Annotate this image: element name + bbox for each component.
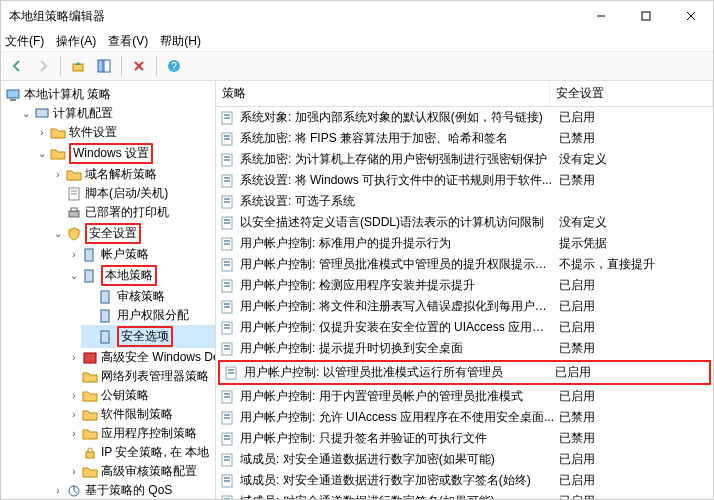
list-header: 策略 安全设置 — [216, 81, 713, 107]
policy-row[interactable]: 用户帐户控制: 仅提升安装在安全位置的 UIAccess 应用程序已启用 — [216, 317, 713, 338]
policy-name: 用户帐户控制: 提示提升时切换到安全桌面 — [240, 340, 555, 357]
folder-icon — [82, 464, 98, 480]
menu-help[interactable]: 帮助(H) — [160, 33, 201, 50]
list-body[interactable]: 系统对象: 加强内部系统对象的默认权限(例如，符号链接)已启用系统加密: 将 F… — [216, 107, 713, 499]
policy-setting: 已启用 — [559, 109, 709, 126]
policy-name: 系统设置: 可选子系统 — [240, 193, 555, 210]
chevron-right-icon[interactable]: › — [69, 390, 79, 401]
maximize-button[interactable] — [623, 1, 668, 31]
svg-rect-80 — [224, 480, 230, 482]
tree-root[interactable]: 本地计算机 策略 — [1, 85, 215, 104]
tree-user-rights[interactable]: 用户权限分配 — [81, 306, 215, 325]
tree-ipsec[interactable]: IP 安全策略, 在 本地 — [65, 443, 215, 462]
policy-icon — [220, 452, 236, 468]
tree-label: Windows 设置 — [69, 143, 153, 164]
tree-software-settings[interactable]: ›软件设置 — [33, 123, 215, 142]
policy-row[interactable]: 系统对象: 加强内部系统对象的默认权限(例如，符号链接)已启用 — [216, 107, 713, 128]
tree-pane[interactable]: 本地计算机 策略 ⌄ 计算机配置 ›软件设置 — [1, 81, 216, 499]
svg-rect-52 — [224, 282, 230, 284]
tree-security-settings[interactable]: ⌄安全设置 — [49, 222, 215, 245]
window-title: 本地组策略编辑器 — [9, 8, 578, 25]
svg-rect-43 — [224, 219, 230, 221]
firewall-icon — [82, 350, 98, 366]
policy-row[interactable]: 系统加密: 为计算机上存储的用户密钥强制进行强密钥保护没有定义 — [216, 149, 713, 170]
tree-adv-audit[interactable]: ›高级审核策略配置 — [65, 462, 215, 481]
tree-network-list[interactable]: 网络列表管理器策略 — [65, 367, 215, 386]
delete-button[interactable] — [127, 54, 151, 78]
tree-label: 审核策略 — [117, 288, 165, 305]
svg-rect-76 — [224, 456, 230, 458]
svg-rect-58 — [224, 324, 230, 326]
menu-file[interactable]: 文件(F) — [5, 33, 44, 50]
up-folder-button[interactable] — [66, 54, 90, 78]
tree-scripts[interactable]: 脚本(启动/关机) — [49, 184, 215, 203]
tree-account-policy[interactable]: ›帐户策略 — [65, 245, 215, 264]
chevron-down-icon[interactable]: ⌄ — [53, 228, 63, 239]
policy-row[interactable]: 系统设置: 可选子系统 — [216, 191, 713, 212]
nav-forward-button[interactable] — [31, 54, 55, 78]
chevron-right-icon[interactable]: › — [53, 485, 63, 496]
svg-rect-53 — [224, 285, 230, 287]
column-setting[interactable]: 安全设置 — [550, 81, 713, 106]
policy-row[interactable]: 用户帐户控制: 管理员批准模式中管理员的提升权限提示的...不提示，直接提升 — [216, 254, 713, 275]
chevron-down-icon[interactable]: ⌄ — [21, 108, 31, 119]
show-tree-button[interactable] — [92, 54, 116, 78]
tree-label: 已部署的打印机 — [85, 204, 169, 221]
policy-row[interactable]: 系统设置: 将 Windows 可执行文件中的证书规则用于软件...已禁用 — [216, 170, 713, 191]
chevron-down-icon[interactable]: ⌄ — [37, 148, 47, 159]
close-button[interactable] — [668, 1, 713, 31]
help-button[interactable]: ? — [162, 54, 186, 78]
chevron-right-icon[interactable]: › — [37, 127, 47, 138]
svg-rect-59 — [224, 327, 230, 329]
policy-row[interactable]: 用户帐户控制: 将文件和注册表写入错误虚拟化到每用户位置已启用 — [216, 296, 713, 317]
policy-name: 用户帐户控制: 管理员批准模式中管理员的提升权限提示的... — [240, 256, 555, 273]
policy-row[interactable]: 域成员: 对安全通道数据进行数字加密(如果可能)已启用 — [216, 449, 713, 470]
policy-row[interactable]: 以安全描述符定义语言(SDDL)语法表示的计算机访问限制没有定义 — [216, 212, 713, 233]
svg-rect-34 — [224, 156, 230, 158]
chevron-down-icon[interactable]: ⌄ — [69, 270, 79, 281]
svg-rect-35 — [224, 159, 230, 161]
policy-row[interactable]: 系统加密: 将 FIPS 兼容算法用于加密、哈希和签名已禁用 — [216, 128, 713, 149]
shield-icon — [66, 226, 82, 242]
svg-rect-18 — [71, 208, 77, 211]
policy-row[interactable]: 用户帐户控制: 只提升签名并验证的可执行文件已禁用 — [216, 428, 713, 449]
svg-rect-61 — [224, 345, 230, 347]
tree-dns-policy[interactable]: ›域名解析策略 — [49, 165, 215, 184]
chevron-right-icon[interactable]: › — [53, 169, 63, 180]
policy-row[interactable]: 域成员: 对安全通道数据进行数字加密或数字签名(始终)已启用 — [216, 470, 713, 491]
tree-app-control[interactable]: ›应用程序控制策略 — [65, 424, 215, 443]
column-policy[interactable]: 策略 — [216, 81, 550, 106]
minimize-button[interactable] — [578, 1, 623, 31]
chevron-right-icon[interactable]: › — [69, 428, 79, 439]
tree-public-key[interactable]: ›公钥策略 — [65, 386, 215, 405]
policy-icon — [220, 389, 236, 405]
menu-action[interactable]: 操作(A) — [56, 33, 96, 50]
policy-row[interactable]: 用户帐户控制: 以管理员批准模式运行所有管理员已启用 — [218, 360, 711, 385]
policy-row[interactable]: 用户帐户控制: 用于内置管理员帐户的管理员批准模式已启用 — [216, 386, 713, 407]
tree-windows-firewall[interactable]: ›高级安全 Windows De — [65, 348, 215, 367]
policy-setting: 已启用 — [559, 472, 709, 489]
tree-audit-policy[interactable]: 审核策略 — [81, 287, 215, 306]
tree-local-policy[interactable]: ⌄本地策略 — [65, 264, 215, 287]
chevron-right-icon[interactable]: › — [69, 249, 79, 260]
tree-printers[interactable]: 已部署的打印机 — [49, 203, 215, 222]
policy-icon — [220, 299, 236, 315]
policy-row[interactable]: 用户帐户控制: 提示提升时切换到安全桌面已禁用 — [216, 338, 713, 359]
policy-row[interactable]: 用户帐户控制: 允许 UIAccess 应用程序在不使用安全桌面...已禁用 — [216, 407, 713, 428]
policy-row[interactable]: 用户帐户控制: 检测应用程序安装并提示提升已启用 — [216, 275, 713, 296]
policy-setting: 已启用 — [559, 298, 709, 315]
tree-qos[interactable]: ›基于策略的 QoS — [49, 481, 215, 499]
tree-computer-config[interactable]: ⌄ 计算机配置 — [17, 104, 215, 123]
nav-back-button[interactable] — [5, 54, 29, 78]
policy-row[interactable]: 用户帐户控制: 标准用户的提升提示行为提示凭据 — [216, 233, 713, 254]
menu-view[interactable]: 查看(V) — [108, 33, 148, 50]
chevron-right-icon[interactable]: › — [69, 409, 79, 420]
tree-windows-settings[interactable]: ⌄Windows 设置 — [33, 142, 215, 165]
tree-security-options[interactable]: 安全选项 — [81, 325, 215, 348]
tree-software-restrict[interactable]: ›软件限制策略 — [65, 405, 215, 424]
policy-row[interactable]: 域成员: 对安全通道数据进行数字签名(如果可能)已启用 — [216, 491, 713, 499]
chevron-right-icon[interactable]: › — [69, 352, 79, 363]
policy-setting: 已启用 — [559, 388, 709, 405]
svg-rect-4 — [73, 64, 83, 71]
chevron-right-icon[interactable]: › — [69, 466, 79, 477]
